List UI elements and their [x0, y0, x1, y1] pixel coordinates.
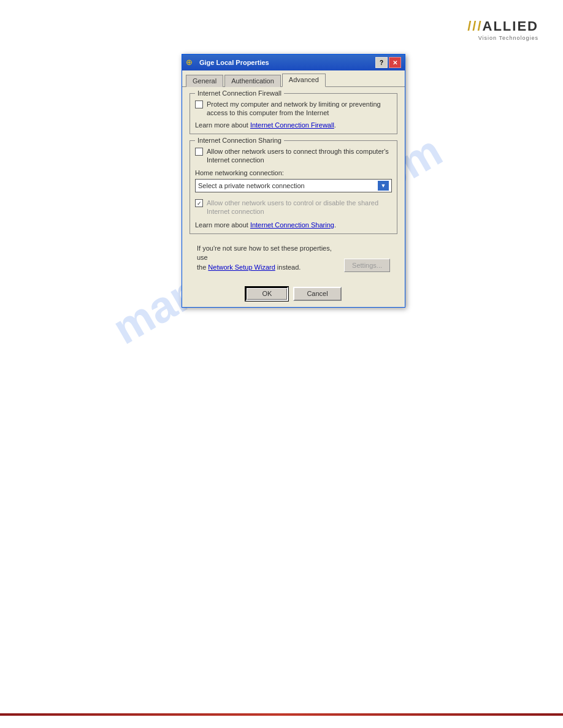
button-row: OK Cancel — [182, 282, 405, 307]
sharing-group-label: Internet Connection Sharing — [195, 137, 284, 144]
home-networking-dropdown[interactable]: Select a private network connection ▼ — [195, 179, 392, 192]
sharing-learn-more-link[interactable]: Internet Connection Sharing — [250, 221, 334, 229]
title-bar: ⊕ Gige Local Properties ? ✕ — [182, 55, 405, 70]
network-setup-wizard-link[interactable]: Network Setup Wizard — [208, 264, 275, 271]
home-networking-label: Home networking connection: — [195, 169, 392, 176]
firewall-checkbox[interactable] — [195, 100, 203, 108]
firewall-learn-more-link[interactable]: Internet Connection Firewall — [250, 121, 334, 129]
bottom-area: If you're not sure how to set these prop… — [190, 240, 397, 275]
control-checkbox-row: Allow other network users to control or … — [195, 199, 392, 216]
title-bar-left: ⊕ Gige Local Properties — [186, 58, 269, 67]
firewall-group: Internet Connection Firewall Protect my … — [190, 93, 397, 134]
dialog-window: ⊕ Gige Local Properties ? ✕ General Auth… — [182, 54, 405, 308]
network-icon: ⊕ — [186, 58, 196, 67]
firewall-checkbox-label: Protect my computer and network by limit… — [207, 100, 392, 118]
dropdown-value: Select a private network connection — [198, 182, 305, 189]
bottom-text: If you're not sure how to set these prop… — [197, 244, 344, 272]
control-checkbox-label: Allow other network users to control or … — [207, 199, 392, 216]
tab-general[interactable]: General — [186, 75, 223, 87]
logo-slashes: /// — [467, 18, 482, 34]
sharing-learn-more-prefix: Learn more about — [195, 221, 250, 229]
firewall-checkbox-row: Protect my computer and network by limit… — [195, 100, 392, 118]
close-button[interactable]: ✕ — [389, 57, 401, 68]
sharing-learn-more-suffix: . — [334, 221, 336, 229]
sharing-group: Internet Connection Sharing Allow other … — [190, 140, 397, 234]
logo-subtitle: Vision Technologies — [467, 35, 538, 41]
sharing-learn-more: Learn more about Internet Connection Sha… — [195, 221, 392, 229]
logo-name: ALLIED — [483, 18, 538, 34]
control-checkbox — [195, 199, 203, 207]
dialog-content: Internet Connection Firewall Protect my … — [182, 86, 405, 282]
firewall-learn-more-prefix: Learn more about — [195, 121, 250, 129]
firewall-group-label: Internet Connection Firewall — [195, 89, 284, 97]
firewall-group-content: Protect my computer and network by limit… — [195, 100, 392, 129]
tab-authentication[interactable]: Authentication — [224, 75, 281, 87]
allow-sharing-checkbox-row: Allow other network users to connect thr… — [195, 147, 392, 165]
sharing-group-content: Allow other network users to connect thr… — [195, 147, 392, 229]
tab-strip: General Authentication Advanced — [182, 70, 405, 86]
settings-button[interactable]: Settings... — [344, 259, 390, 272]
help-button[interactable]: ? — [375, 57, 388, 68]
title-bar-buttons: ? ✕ — [375, 57, 401, 68]
bottom-rule — [0, 713, 563, 716]
firewall-learn-more: Learn more about Internet Connection Fir… — [195, 121, 392, 129]
dialog-title: Gige Local Properties — [199, 59, 269, 66]
bottom-text-suffix: instead. — [275, 264, 301, 271]
tab-advanced[interactable]: Advanced — [282, 74, 326, 87]
firewall-learn-more-suffix: . — [334, 121, 336, 129]
allow-sharing-label: Allow other network users to connect thr… — [207, 147, 392, 165]
ok-button[interactable]: OK — [245, 287, 288, 301]
cancel-button[interactable]: Cancel — [293, 287, 341, 301]
allow-sharing-checkbox[interactable] — [195, 148, 203, 156]
dropdown-arrow-icon: ▼ — [378, 181, 389, 191]
logo: ///ALLIED Vision Technologies — [467, 18, 538, 41]
